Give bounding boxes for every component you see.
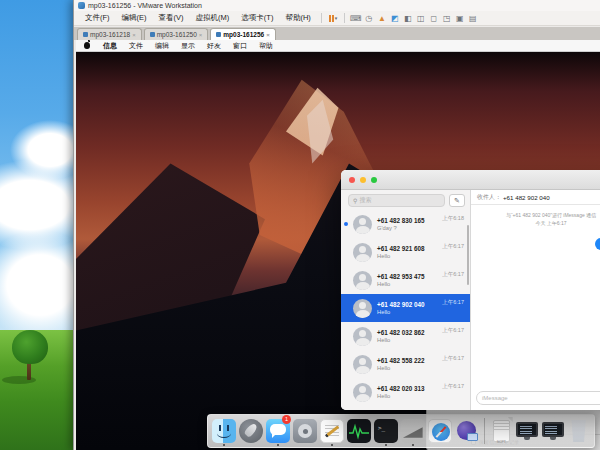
- message-input[interactable]: iMessage ☺: [476, 391, 600, 405]
- vmware-menu-item[interactable]: 虚拟机(M): [190, 13, 236, 23]
- conversation-row[interactable]: +61 482 032 862Hello上午6:17: [341, 322, 470, 350]
- dock-item-messages[interactable]: 1: [266, 417, 290, 445]
- chat-status: 与“+61 482 902 040”进行 iMessage 通信 今天 上午6:…: [471, 212, 600, 226]
- message-bubble: Hello: [595, 238, 600, 250]
- vm-tab-label: mp03-161250: [157, 31, 197, 38]
- vmware-window-title: mp03-161256 - VMware Workstation: [88, 2, 202, 9]
- dock-item-display-window-1[interactable]: [516, 417, 539, 445]
- fullscreen-icon[interactable]: ◻: [427, 14, 440, 23]
- conversation-time: 上午6:17: [442, 383, 464, 390]
- conversation-preview: G'day ?: [377, 225, 470, 231]
- vm-tab-mp03-161250[interactable]: mp03-161250×: [144, 28, 209, 40]
- dock-item-finder[interactable]: [212, 417, 236, 445]
- dock-item-screen-sharing[interactable]: [455, 417, 479, 445]
- scrollbar[interactable]: [467, 225, 469, 285]
- avatar: [353, 299, 372, 318]
- dock-item-launchpad[interactable]: [239, 417, 263, 445]
- vmware-menu-item[interactable]: 帮助(H): [279, 13, 316, 23]
- conversation-sidebar: ⚲ 搜索 ✎ +61 482 830 165G'day ?上午6:18+61 4…: [341, 190, 471, 410]
- macos-menu-item[interactable]: 窗口: [227, 41, 253, 51]
- conversation-row[interactable]: +61 482 953 475Hello上午6:17: [341, 266, 470, 294]
- take-snapshot-icon[interactable]: ▲: [375, 14, 388, 23]
- avatar: [353, 383, 372, 402]
- macos-menu-item[interactable]: 编辑: [149, 41, 175, 51]
- snapshot-manager-icon[interactable]: ◩: [388, 14, 401, 23]
- scpt-label: SCPT: [490, 440, 513, 444]
- tab-close-icon[interactable]: ×: [132, 32, 136, 38]
- running-indicator: [385, 444, 387, 446]
- dock-item-system-preferences[interactable]: [293, 417, 317, 445]
- avatar: [353, 327, 372, 346]
- macos-menu-item[interactable]: 信息: [97, 41, 123, 51]
- conversation-time: 上午6:17: [442, 299, 464, 306]
- minimize-button[interactable]: [360, 177, 366, 183]
- conversation-time: 上午6:18: [442, 215, 464, 222]
- dock-item-activity-monitor[interactable]: [347, 417, 371, 445]
- conversation-preview: Hello: [377, 337, 470, 343]
- chevron-down-icon[interactable]: ▾: [335, 15, 338, 21]
- tab-close-icon[interactable]: ×: [266, 32, 270, 38]
- vmware-menubar: 文件(F)编辑(E)查看(V)虚拟机(M)选项卡(T)帮助(H) ▾ ⌨◷▲◩◧…: [74, 11, 600, 26]
- macos-menu-item[interactable]: 显示: [175, 41, 201, 51]
- vm-tab-mp03-161256[interactable]: mp03-161256×: [210, 28, 275, 40]
- show-library-icon[interactable]: ◧: [401, 14, 414, 23]
- search-icon: ⚲: [353, 197, 357, 204]
- conversation-row[interactable]: +61 482 830 165G'day ?上午6:18: [341, 210, 470, 238]
- send-ctrl-alt-del-icon[interactable]: ⌨: [349, 14, 362, 23]
- system-preferences-icon: [293, 419, 317, 443]
- dock-item-safari[interactable]: [428, 417, 452, 445]
- dock-item-display-window-2[interactable]: [541, 417, 564, 445]
- dock-item-trash[interactable]: [567, 417, 590, 445]
- close-button[interactable]: [349, 177, 355, 183]
- macos-menubar: 信息文件编辑显示好友窗口帮助: [76, 40, 600, 52]
- dock-item-scpt-document[interactable]: SCPT: [490, 417, 513, 445]
- macos-menu-item[interactable]: 好友: [201, 41, 227, 51]
- conversation-row[interactable]: +61 482 921 608Hello上午6:17: [341, 238, 470, 266]
- search-placeholder: 搜索: [359, 196, 371, 205]
- unity-mode-icon[interactable]: ◳: [440, 14, 453, 23]
- search-row: ⚲ 搜索 ✎: [341, 190, 470, 210]
- vmware-menu-item[interactable]: 文件(F): [79, 13, 116, 23]
- launchpad-icon: [239, 419, 263, 443]
- messages-titlebar[interactable]: [341, 170, 600, 190]
- zoom-button[interactable]: [371, 177, 377, 183]
- activity-monitor-icon: [347, 419, 371, 443]
- snapshot-revert-icon[interactable]: ◷: [362, 14, 375, 23]
- delivered-label: 已送达: [595, 252, 600, 258]
- tree: [12, 330, 48, 364]
- conversation-row[interactable]: +61 482 832 465Hello上午6:17: [341, 406, 470, 410]
- dock-item-terminal[interactable]: >_: [374, 417, 398, 445]
- dock-item-textedit[interactable]: [320, 417, 344, 445]
- search-input[interactable]: ⚲ 搜索: [348, 194, 445, 207]
- console-view-icon[interactable]: ▣: [453, 14, 466, 23]
- running-indicator: [331, 444, 333, 446]
- compose-button[interactable]: ✎: [449, 194, 465, 207]
- message-input-placeholder: iMessage: [482, 395, 600, 401]
- free-stretch-icon[interactable]: ▤: [466, 14, 479, 23]
- conversation-row[interactable]: +61 482 558 222Hello上午6:17: [341, 350, 470, 378]
- vmware-menu-item[interactable]: 编辑(E): [116, 13, 153, 23]
- apple-menu-icon[interactable]: [84, 42, 90, 49]
- tab-close-icon[interactable]: ×: [199, 32, 203, 38]
- macos-menu-item[interactable]: 文件: [123, 41, 149, 51]
- vmware-titlebar[interactable]: mp03-161256 - VMware Workstation: [74, 0, 600, 11]
- conversation-row[interactable]: +61 482 020 313Hello上午6:17: [341, 378, 470, 406]
- conversation-list: +61 482 830 165G'day ?上午6:18+61 482 921 …: [341, 210, 470, 410]
- conversation-time: 上午6:17: [442, 327, 464, 334]
- textedit-icon: [320, 419, 344, 443]
- vmware-menu-item[interactable]: 查看(V): [153, 13, 190, 23]
- show-thumbnail-bar-icon[interactable]: ◫: [414, 14, 427, 23]
- vmware-menu-item[interactable]: 选项卡(T): [235, 13, 279, 23]
- screen-sharing-icon: [455, 419, 479, 443]
- vm-tab-mp03-161218[interactable]: mp03-161218×: [77, 28, 142, 40]
- trash-icon: [570, 420, 588, 442]
- macos-menu-item[interactable]: 帮助: [253, 41, 279, 51]
- conversation-row[interactable]: +61 482 902 040Hello上午6:17: [341, 294, 470, 322]
- avatar: [353, 215, 372, 234]
- finder-icon: [212, 419, 236, 443]
- dock-item-script-editor[interactable]: [401, 417, 425, 445]
- imessage-status-line: 与“+61 482 902 040”进行 iMessage 通信: [471, 212, 600, 218]
- vmware-tabbar: mp03-161218×mp03-161250×mp03-161256×: [74, 27, 600, 40]
- avatar: [353, 271, 372, 290]
- pause-button[interactable]: ▾: [326, 15, 341, 22]
